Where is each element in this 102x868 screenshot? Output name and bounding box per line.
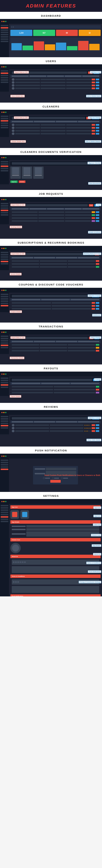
delete-btn-1[interactable]: [96, 79, 99, 80]
checkbox-users[interactable]: [43, 477, 45, 479]
trans-table-rows: [10, 343, 101, 352]
csi-2: [1, 118, 8, 119]
saction-3[interactable]: [96, 266, 99, 268]
couaction-edit-3[interactable]: [92, 308, 95, 310]
annotation-transaction-details: Transaction Details: [10, 356, 24, 359]
toolbar-btn-1[interactable]: [13, 561, 14, 563]
push-send-button[interactable]: [50, 480, 61, 483]
couaction-del-1[interactable]: [96, 302, 99, 304]
edit-btn-1[interactable]: [92, 79, 95, 80]
dot-g3: [5, 157, 6, 158]
push-title-input[interactable]: [46, 468, 76, 470]
about-editor-content[interactable]: [12, 566, 99, 573]
cdelete-btn-1[interactable]: [96, 124, 99, 126]
cdelete-btn-4[interactable]: [96, 133, 99, 134]
annotation-booking-name: Booking Name Overview: [83, 252, 101, 255]
section-title-transactions: TRANSACTIONS: [0, 322, 102, 330]
dashboard-screenshot: 1,234 567 89 32: [0, 19, 102, 57]
rcell-2: [50, 425, 84, 426]
jr-action-3[interactable]: [96, 217, 99, 219]
raction-del-3[interactable]: [96, 430, 99, 432]
saction-2[interactable]: [96, 263, 99, 265]
taction-2[interactable]: [96, 347, 99, 349]
subs-topbar: [0, 246, 102, 251]
annotation-settings-app-icon-2: App Icon: [93, 515, 101, 517]
coucol-1: [12, 299, 41, 300]
cedit-btn-2[interactable]: [92, 127, 95, 129]
cleaners-docs-screenshot: Approve Decline Approve / Decline View D…: [0, 155, 102, 190]
terms-toolbar-btn-2[interactable]: [15, 581, 17, 583]
jrcell-7: [12, 217, 38, 219]
cedit-btn-1[interactable]: [92, 124, 95, 126]
main-header: ADMIN FEATURES: [0, 0, 102, 12]
paction-2[interactable]: [96, 389, 99, 391]
couaction-del-3[interactable]: [96, 308, 99, 310]
raction-edit-1[interactable]: [92, 424, 95, 426]
annotation-settings-pricing: Pricing & Commission Settings: [79, 581, 101, 583]
paction-3[interactable]: [96, 392, 99, 394]
settings-screenshot: App Icon App Details: [0, 499, 102, 596]
raction-edit-2[interactable]: [92, 427, 95, 429]
toolbar-btn-4[interactable]: [19, 561, 21, 563]
stsi-6: [1, 516, 8, 518]
delete-btn-4[interactable]: [96, 88, 99, 89]
taction-1[interactable]: [96, 344, 99, 346]
avatar-1: [12, 78, 14, 81]
jr-action-2[interactable]: [96, 214, 99, 216]
annotation-edit-delete-coupon: Edit/Delete: [92, 314, 101, 316]
cedit-btn-3[interactable]: [92, 130, 95, 132]
edit-btn-4[interactable]: [92, 88, 95, 89]
dot-r4: [1, 199, 3, 200]
couaction-edit-2[interactable]: [92, 305, 95, 307]
toolbar-btn-5[interactable]: [22, 561, 23, 563]
paction-1[interactable]: [96, 386, 99, 388]
terms-toolbar-btn-3[interactable]: [17, 581, 19, 583]
sinput-2[interactable]: [26, 528, 99, 531]
ccell-1: [15, 124, 40, 126]
dot-g4: [5, 199, 6, 200]
cell-phone-1: [66, 79, 91, 80]
approve-btn[interactable]: Approve: [10, 181, 18, 183]
settings-cleaner-icon-header: Cleaner Icon: [10, 538, 101, 541]
sinput-1[interactable]: [26, 525, 99, 528]
couaction-edit-1[interactable]: [92, 302, 95, 304]
raction-del-2[interactable]: [96, 427, 99, 429]
dot-y3: [3, 157, 4, 158]
checkbox-cleaners[interactable]: [52, 477, 54, 479]
jr-action-1[interactable]: [96, 211, 99, 213]
checkbox-both[interactable]: [61, 477, 63, 479]
subs-sidebar: [0, 251, 9, 270]
raction-del-1[interactable]: [96, 424, 99, 426]
toolbar-btn-3[interactable]: [17, 561, 19, 563]
toolbar-btn-6[interactable]: [24, 561, 26, 563]
saction-1[interactable]: [96, 260, 99, 262]
edit-btn-2[interactable]: [92, 82, 95, 83]
couaction-del-2[interactable]: [96, 305, 99, 307]
toolbar-btn-2[interactable]: [15, 561, 17, 563]
terms-editor-content[interactable]: [12, 586, 99, 593]
cedit-btn-4[interactable]: [92, 133, 95, 134]
dsi-2: [1, 163, 8, 165]
cdelete-btn-3[interactable]: [96, 130, 99, 132]
taction-3[interactable]: [96, 350, 99, 351]
raction-edit-3[interactable]: [92, 430, 95, 432]
cdelete-btn-2[interactable]: [96, 127, 99, 129]
jrcell-4: [12, 214, 38, 216]
coup-table-header: + Coupon: [10, 294, 101, 298]
delete-btn-2[interactable]: [96, 82, 99, 83]
table-row: [12, 217, 99, 219]
sinput-3[interactable]: [26, 531, 99, 536]
coupons-screenshot: + Coupon: [0, 288, 102, 322]
edit-btn-3[interactable]: [92, 85, 95, 86]
checkbox-cleaners-label: [54, 478, 59, 479]
delete-btn-3[interactable]: [96, 85, 99, 86]
coucell-4: [52, 305, 91, 307]
jr-export-btn[interactable]: CSV: [89, 204, 93, 207]
cousi-1: [1, 294, 8, 295]
jr-action-4[interactable]: [96, 220, 99, 222]
terms-toolbar-btn-1[interactable]: [13, 581, 14, 583]
table-row: ★ ★ ★ ★ ★: [12, 424, 99, 426]
star-32: ★: [86, 430, 87, 432]
ccol-3: [56, 121, 77, 122]
decline-btn[interactable]: Decline: [19, 181, 26, 183]
